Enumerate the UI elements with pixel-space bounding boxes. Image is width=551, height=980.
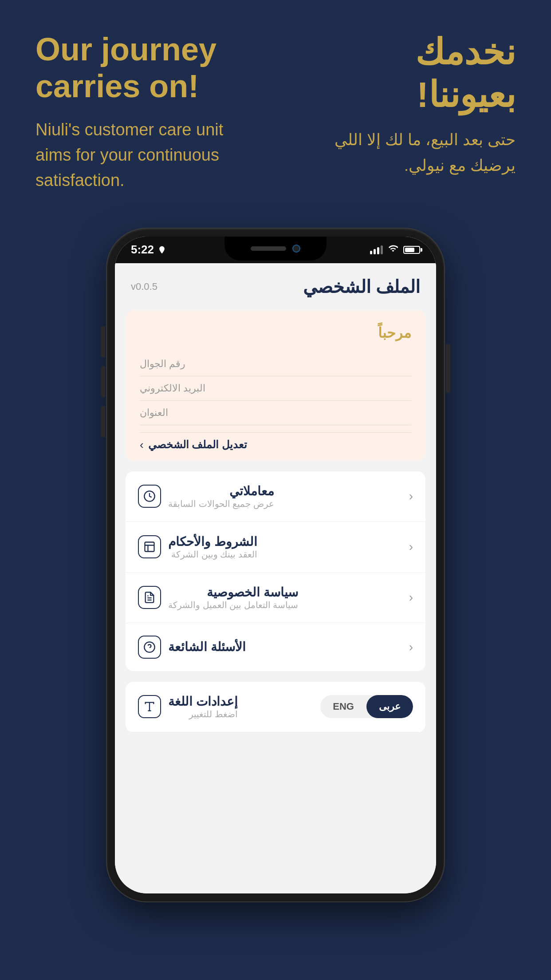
app-title: الملف الشخصي [303,277,420,297]
edit-profile-row[interactable]: ‹ تعديل الملف الشخصي [140,432,411,452]
svg-rect-1 [145,542,154,552]
phone-screen: 5:22 [115,237,436,893]
menu-title-3: الأسئلة الشائعة [168,640,246,654]
edit-profile-label: تعديل الملف الشخصي [148,439,247,451]
main-subtext-en: Niuli's customer care unit aims for your… [35,117,248,193]
menu-chevron-icon-1: ‹ [409,540,413,554]
wifi-icon [388,244,398,256]
lang-section: عربى ENG إعدادات اللغة اضغط للتغيير [126,682,425,732]
menu-subtitle-0: عرض جميع الحوالات السابقة [168,498,274,509]
app-content: v0.0.5 الملف الشخصي مرحباً رقم الجوال ال… [115,263,436,893]
battery-icon [403,246,420,254]
menu-item-terms[interactable]: ‹ الشروط والأحكام العقد بينك وبين الشركة [126,522,425,573]
header-right: نخدمك بعيوننا! حتى بعد البيع، ما لك إلا … [320,31,516,178]
menu-item-transactions[interactable]: ‹ معاملاتي عرض جميع الحوالات السابقة [126,471,425,522]
address-label: العنوان [140,407,168,419]
edit-chevron-icon: ‹ [140,438,144,452]
main-subtext-ar: حتى بعد البيع، ما لك إلا اللي يرضيك مع ن… [320,127,516,178]
faq-icon [138,636,161,659]
signal-icon [370,245,383,254]
menu-chevron-icon-0: ‹ [409,489,413,503]
speaker [251,246,286,251]
menu-item-faq[interactable]: ‹ الأسئلة الشائعة [126,623,425,671]
menu-subtitle-1: العقد بينك وبين الشركة [168,549,257,560]
lang-english-btn[interactable]: ENG [320,695,366,718]
notch [224,237,327,261]
lang-icon [138,695,161,718]
main-heading-en: Our journey carries on! [35,31,248,105]
phone-mockup: 5:22 [107,229,444,901]
menu-title-1: الشروط والأحكام [168,534,257,549]
status-time: 5:22 [131,243,166,257]
lang-arabic-btn[interactable]: عربى [366,695,413,718]
header-section: Our journey carries on! Niuli's customer… [0,0,551,220]
lang-subtitle: اضغط للتغيير [168,709,238,719]
profile-card: مرحباً رقم الجوال البريد الالكتروني العن… [126,310,425,461]
email-field: البريد الالكتروني [140,376,411,401]
email-label: البريد الالكتروني [140,383,205,394]
status-icons [370,244,420,256]
terms-icon [138,535,161,558]
transactions-icon [138,485,161,508]
app-header: v0.0.5 الملف الشخصي [115,263,436,306]
lang-menu-item[interactable]: عربى ENG إعدادات اللغة اضغط للتغيير [126,682,425,732]
status-bar: 5:22 [115,237,436,263]
menu-item-privacy[interactable]: ‹ سياسة الخصوصية سياسة التعامل بين العمي… [126,573,425,623]
menu-section: ‹ معاملاتي عرض جميع الحوالات السابقة [126,471,425,671]
lang-title: إعدادات اللغة [168,694,238,709]
main-heading-ar: نخدمك بعيوننا! [320,31,516,116]
phone-container: 5:22 [0,229,551,919]
menu-chevron-icon-3: ‹ [409,640,413,654]
header-left: Our journey carries on! Niuli's customer… [35,31,248,193]
menu-title-0: معاملاتي [168,484,274,498]
lang-toggle[interactable]: عربى ENG [320,695,413,718]
app-version: v0.0.5 [131,281,157,292]
profile-greeting: مرحباً [140,324,411,341]
phone-label: رقم الجوال [140,358,185,370]
privacy-icon [138,586,161,609]
menu-subtitle-2: سياسة التعامل بين العميل والشركة [168,600,298,610]
location-icon [157,245,166,254]
camera [292,245,300,253]
menu-title-2: سياسة الخصوصية [168,585,298,600]
address-field: العنوان [140,401,411,425]
menu-chevron-icon-2: ‹ [409,590,413,605]
phone-field: رقم الجوال [140,352,411,376]
